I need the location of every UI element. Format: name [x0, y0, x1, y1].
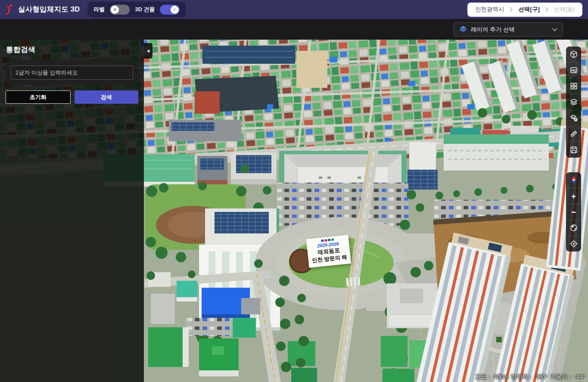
- sidebar-collapse-button[interactable]: ◀: [144, 43, 152, 59]
- x-icon: ✕: [111, 6, 119, 14]
- chevron-left-icon: ◀: [147, 49, 150, 53]
- layer-select-label: 레이어 추가 선택: [471, 26, 515, 34]
- label-toggle[interactable]: ✕: [110, 5, 130, 15]
- building-toggle-label: 3D 건물: [135, 6, 155, 13]
- svg-text:HQ: HQ: [571, 68, 576, 72]
- zoom-in-button[interactable]: +: [566, 188, 581, 204]
- top-bar: 실사형입체지도 3D 라벨 ✕ 3D 건물 ✓ 인천광역시 선택[구] 선택[동…: [0, 0, 588, 19]
- search-button[interactable]: 검색: [75, 90, 139, 104]
- layers-icon: [459, 25, 467, 34]
- minus-icon: −: [571, 208, 576, 216]
- globe-icon: [569, 224, 578, 232]
- locate-icon: [569, 239, 578, 248]
- app-title: 실사형입체지도 3D: [18, 5, 80, 14]
- layers-button[interactable]: [566, 94, 581, 110]
- app-logo-icon: [4, 3, 15, 16]
- globe-reset-button[interactable]: [566, 220, 581, 236]
- save-button[interactable]: [566, 142, 581, 158]
- compass-icon: [569, 175, 579, 185]
- chevron-right-icon: [545, 7, 548, 12]
- building-toggle[interactable]: ✓: [160, 5, 180, 15]
- search-input[interactable]: [11, 65, 133, 80]
- reset-button[interactable]: 초기화: [6, 90, 71, 104]
- altitude-label: 고도 :: [475, 373, 490, 381]
- azimuth-value: 360°: [535, 373, 548, 380]
- view-3d-button[interactable]: [566, 47, 581, 62]
- tilt-value: -44°: [575, 373, 585, 380]
- azimuth-label: 방위각 :: [511, 373, 532, 381]
- layer-settings-icon: [569, 114, 578, 122]
- search-panel: [6, 60, 138, 85]
- map-tools-bottom: + −: [566, 172, 581, 252]
- sub-bar: 레이어 추가 선택: [0, 19, 588, 40]
- camera-status: 고도 : 400m 방위각 : 360° 기울기 : -44°: [475, 373, 585, 381]
- cube-3d-icon: [569, 50, 578, 59]
- my-location-button[interactable]: [566, 236, 581, 252]
- plus-icon: +: [571, 192, 576, 200]
- toggle-group: 라벨 ✕ 3D 건물 ✓: [87, 2, 186, 17]
- tilt-label: 기울기 :: [550, 373, 571, 381]
- zoom-out-button[interactable]: −: [566, 204, 581, 220]
- grid-view-button[interactable]: [566, 78, 581, 94]
- check-icon: ✓: [171, 6, 179, 14]
- measure-button[interactable]: [566, 126, 581, 142]
- hq-icon: HQ: [569, 66, 578, 75]
- compass-button[interactable]: [566, 172, 581, 188]
- hq-quality-button[interactable]: HQ: [566, 62, 581, 78]
- chevron-right-icon: [510, 7, 513, 12]
- ruler-icon: [569, 130, 578, 138]
- breadcrumb: 인천광역시 선택[구] 선택[동]: [467, 3, 582, 17]
- label-toggle-label: 라벨: [93, 6, 105, 13]
- layer-add-select[interactable]: 레이어 추가 선택: [454, 22, 563, 37]
- search-buttons: 초기화 검색: [6, 90, 138, 104]
- breadcrumb-city[interactable]: 인천광역시: [475, 6, 504, 13]
- chevron-down-icon: [552, 28, 557, 31]
- map-banner: 2025-2026 재외동포 인천 방문의 해: [306, 235, 351, 268]
- grid-icon: [569, 82, 578, 90]
- map-tools-top: HQ: [566, 47, 581, 158]
- layer-settings-button[interactable]: [566, 110, 581, 126]
- layers-icon: [569, 98, 578, 106]
- breadcrumb-district[interactable]: 선택[구]: [518, 6, 540, 13]
- altitude-value: 400m: [494, 373, 508, 380]
- breadcrumb-neighborhood: 선택[동]: [554, 6, 575, 13]
- sidebar-title: 통합검색: [6, 45, 144, 55]
- search-sidebar: 통합검색 초기화 검색: [0, 40, 144, 382]
- save-icon: [569, 146, 578, 154]
